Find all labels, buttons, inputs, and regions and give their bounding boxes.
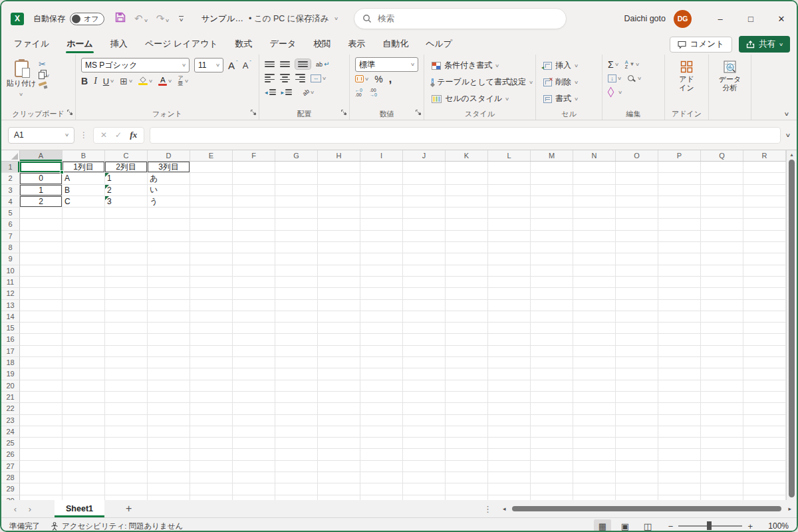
- cell-Q25[interactable]: [701, 438, 743, 449]
- cell-O1[interactable]: [616, 162, 658, 173]
- cell-Q23[interactable]: [701, 415, 743, 426]
- cell-D28[interactable]: [148, 472, 190, 483]
- cell-K22[interactable]: [446, 403, 488, 414]
- ribbon-tab-8[interactable]: 自動化: [374, 35, 417, 55]
- cell-C9[interactable]: [105, 253, 148, 265]
- cell-H19[interactable]: [318, 368, 360, 380]
- save-button[interactable]: [115, 12, 126, 25]
- cell-A15[interactable]: [20, 323, 63, 334]
- cell-A22[interactable]: [20, 403, 63, 414]
- cell-N16[interactable]: [573, 334, 616, 345]
- cell-O19[interactable]: [616, 368, 658, 380]
- cell-C7[interactable]: [105, 231, 148, 242]
- cell-I19[interactable]: [360, 368, 403, 380]
- fill-button[interactable]: ↓∨: [608, 74, 621, 82]
- cell-A12[interactable]: [20, 288, 63, 299]
- cell-N25[interactable]: [573, 438, 616, 449]
- cell-O30[interactable]: [616, 495, 658, 500]
- cell-R24[interactable]: [743, 426, 786, 438]
- cell-K3[interactable]: [446, 185, 488, 196]
- cell-L23[interactable]: [488, 415, 531, 426]
- cell-E8[interactable]: [190, 242, 233, 253]
- zoom-slider[interactable]: [678, 525, 742, 527]
- row-header-9[interactable]: 9: [1, 253, 20, 265]
- cell-H26[interactable]: [318, 449, 360, 460]
- cell-B6[interactable]: [63, 219, 105, 230]
- cell-K9[interactable]: [446, 253, 488, 265]
- cell-P15[interactable]: [658, 323, 701, 334]
- cell-M3[interactable]: [531, 185, 573, 196]
- cell-N17[interactable]: [573, 346, 616, 357]
- cell-B17[interactable]: [63, 346, 105, 357]
- cell-J6[interactable]: [403, 219, 446, 230]
- cell-R13[interactable]: [743, 300, 786, 311]
- cell-M30[interactable]: [531, 495, 573, 500]
- cell-F8[interactable]: [233, 242, 275, 253]
- column-header-H[interactable]: H: [318, 150, 360, 161]
- cell-C8[interactable]: [105, 242, 148, 253]
- cell-C6[interactable]: [105, 219, 148, 230]
- cell-L22[interactable]: [488, 403, 531, 414]
- next-sheet-button[interactable]: ›: [23, 504, 37, 514]
- cell-M1[interactable]: [531, 162, 573, 173]
- cell-M25[interactable]: [531, 438, 573, 449]
- cell-I18[interactable]: [360, 357, 403, 368]
- cell-J22[interactable]: [403, 403, 446, 414]
- normal-view-button[interactable]: ▦: [594, 519, 611, 532]
- cell-P21[interactable]: [658, 392, 701, 403]
- autosave-toggle[interactable]: オフ: [70, 13, 104, 25]
- cell-H29[interactable]: [318, 483, 360, 495]
- cell-Q17[interactable]: [701, 346, 743, 357]
- column-header-D[interactable]: D: [148, 150, 190, 161]
- cell-B12[interactable]: [63, 288, 105, 299]
- cell-A21[interactable]: [20, 392, 63, 403]
- user-name[interactable]: Daichi goto: [624, 14, 666, 23]
- cell-N26[interactable]: [573, 449, 616, 460]
- cell-L19[interactable]: [488, 368, 531, 380]
- cell-E11[interactable]: [190, 277, 233, 288]
- cell-I17[interactable]: [360, 346, 403, 357]
- cell-B3[interactable]: B: [63, 185, 105, 196]
- cell-Q29[interactable]: [701, 483, 743, 495]
- cell-D10[interactable]: [148, 265, 190, 277]
- cell-Q24[interactable]: [701, 426, 743, 438]
- vertical-scrollbar[interactable]: ▴: [786, 150, 797, 500]
- row-header-21[interactable]: 21: [1, 392, 20, 403]
- cell-H6[interactable]: [318, 219, 360, 230]
- cell-J4[interactable]: [403, 196, 446, 207]
- row-header-30[interactable]: 30: [1, 495, 20, 500]
- cell-N7[interactable]: [573, 231, 616, 242]
- align-right-button[interactable]: [295, 74, 305, 82]
- select-all-button[interactable]: [1, 150, 20, 161]
- cell-N1[interactable]: [573, 162, 616, 173]
- cell-E23[interactable]: [190, 415, 233, 426]
- cell-M7[interactable]: [531, 231, 573, 242]
- cell-H18[interactable]: [318, 357, 360, 368]
- cell-D15[interactable]: [148, 323, 190, 334]
- cell-I26[interactable]: [360, 449, 403, 460]
- cell-P22[interactable]: [658, 403, 701, 414]
- collapse-ribbon-button[interactable]: ∨: [784, 111, 790, 117]
- format-cells-button[interactable]: 書式∨: [539, 90, 599, 107]
- cell-I3[interactable]: [360, 185, 403, 196]
- cell-J27[interactable]: [403, 461, 446, 472]
- cell-F20[interactable]: [233, 380, 275, 392]
- font-size-combo[interactable]: 11∨: [194, 58, 223, 72]
- cell-O15[interactable]: [616, 323, 658, 334]
- cell-G24[interactable]: [275, 426, 318, 438]
- prev-sheet-button[interactable]: ‹: [8, 504, 23, 514]
- cell-H25[interactable]: [318, 438, 360, 449]
- cell-F15[interactable]: [233, 323, 275, 334]
- cell-J20[interactable]: [403, 380, 446, 392]
- cell-L10[interactable]: [488, 265, 531, 277]
- cell-B21[interactable]: [63, 392, 105, 403]
- cell-O14[interactable]: [616, 311, 658, 323]
- minimize-button[interactable]: –: [705, 6, 735, 31]
- ribbon-tab-6[interactable]: 校閲: [305, 35, 339, 55]
- cell-R1[interactable]: [743, 162, 786, 173]
- cell-I28[interactable]: [360, 472, 403, 483]
- cell-L7[interactable]: [488, 231, 531, 242]
- cell-J10[interactable]: [403, 265, 446, 277]
- cell-P12[interactable]: [658, 288, 701, 299]
- cell-L8[interactable]: [488, 242, 531, 253]
